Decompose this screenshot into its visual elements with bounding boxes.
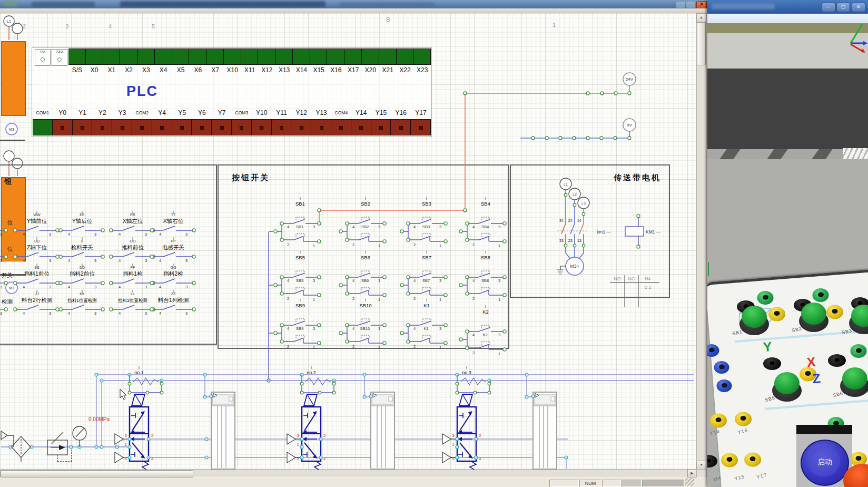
plc-input-terminals[interactable]	[68, 48, 431, 65]
maximize-button[interactable]	[686, 2, 695, 8]
banana-jack[interactable]	[851, 344, 867, 358]
plc-input-cell[interactable]	[206, 48, 224, 65]
start-button[interactable]: 启动	[801, 440, 849, 486]
plc-output-cell[interactable]	[73, 119, 93, 135]
button-cap[interactable]	[801, 303, 826, 325]
plc-output-cell[interactable]	[391, 119, 411, 135]
vertical-scroll-thumb[interactable]	[697, 22, 706, 65]
banana-jack[interactable]	[744, 453, 761, 467]
maximize-icon[interactable]: ▢	[836, 3, 850, 12]
plc-input-cell[interactable]	[275, 48, 293, 65]
push-button-unit[interactable]: SB7 4 SB7 3 2 1	[399, 251, 454, 304]
vertical-scrollbar[interactable]	[696, 13, 706, 470]
pneumatic-cylinder[interactable]	[366, 390, 402, 469]
limit-switch-partial[interactable]: 检测 3	[0, 296, 18, 320]
plc-input-cell[interactable]	[172, 48, 190, 65]
solenoid-valve[interactable]: no.3	[418, 364, 523, 469]
plc-input-cell[interactable]	[241, 48, 259, 65]
plc-input-cell[interactable]	[397, 48, 414, 65]
resize-grip[interactable]	[685, 478, 694, 486]
push-button-unit[interactable]: SB6 4 SB6 3 2 1	[338, 251, 393, 304]
push-button-unit[interactable]: SB3 4 SB3 3 2 1	[399, 197, 454, 250]
solenoid-valve[interactable]: no.1	[90, 364, 195, 469]
push-button-unit[interactable]: SB9 4 SB9 3 2 1	[273, 299, 328, 352]
plc-output-cell[interactable]	[232, 119, 252, 135]
push-button-unit[interactable]: SB4 4 SB4 3 2 1	[458, 197, 513, 250]
plc-input-cell[interactable]	[344, 48, 362, 65]
push-button-unit[interactable]: SB8 4 SB8 3 2 1	[458, 251, 513, 304]
minimize-icon[interactable]: ─	[822, 3, 835, 12]
scroll-right-icon[interactable]: ▶	[687, 469, 697, 478]
limit-switch[interactable]: II 检料开关 4 3	[53, 237, 111, 265]
limit-switch[interactable]: EE Y轴后位 4 3	[53, 211, 111, 238]
plc-input-cell[interactable]	[189, 48, 206, 65]
button-cap[interactable]	[742, 306, 767, 328]
push-button-unit[interactable]: K2 4 K2 3 2 1	[458, 305, 513, 358]
banana-jack[interactable]	[813, 288, 829, 302]
banana-jack[interactable]	[714, 361, 729, 374]
push-button-unit[interactable]: K1 4 K1 3 2 1	[399, 299, 454, 352]
limit-switch[interactable]: DD 挡料2前位 4 3	[53, 264, 111, 291]
minimize-button[interactable]	[676, 2, 685, 8]
plc-output-cell[interactable]	[112, 119, 132, 135]
plc-input-cell[interactable]	[86, 48, 103, 65]
plc-output-cell[interactable]	[371, 119, 391, 135]
push-button-unit[interactable]: SB10 4 SB10 3 2 1	[338, 299, 393, 352]
plc-input-cell[interactable]	[413, 48, 431, 65]
plc-output-cell[interactable]	[351, 119, 371, 135]
horizontal-scroll-thumb[interactable]	[1, 470, 193, 478]
plc-output-cell[interactable]	[33, 119, 53, 135]
limit-switch[interactable]: ZZ 料台1列检测 4 3	[144, 290, 202, 317]
plc-input-cell[interactable]	[293, 48, 310, 65]
plc-output-cell[interactable]	[311, 119, 331, 135]
pneumatic-cylinder[interactable]	[528, 390, 565, 469]
plc-input-cell[interactable]	[310, 48, 328, 65]
plc-output-cell[interactable]	[272, 119, 292, 135]
banana-jack[interactable]	[707, 455, 717, 467]
plc-output-cell[interactable]	[92, 119, 112, 135]
banana-jack[interactable]	[735, 412, 752, 426]
plc-input-cell[interactable]	[68, 48, 86, 65]
plc-output-cell[interactable]	[212, 119, 232, 135]
push-button-unit[interactable]: SB1 4 SB1 3 2 1	[273, 197, 328, 250]
limit-switch[interactable]: GG 挡料2检 4 3	[144, 264, 202, 291]
plc-output-cell[interactable]	[252, 119, 272, 135]
plc-0v-terminal[interactable]: 0V	[35, 49, 51, 66]
plc-input-cell[interactable]	[379, 48, 397, 65]
limit-switch[interactable]: KK 挡料1位置检测 4 3	[53, 290, 111, 317]
plc-output-cell[interactable]	[411, 119, 431, 135]
banana-jack[interactable]	[763, 357, 781, 370]
plc-input-cell[interactable]	[103, 48, 121, 65]
plc-input-cell[interactable]	[258, 48, 275, 65]
push-button-unit[interactable]: SB2 4 SB2 3 2 1	[338, 197, 393, 250]
limit-switch-partial[interactable]: 位 3	[0, 243, 18, 267]
plc-input-cell[interactable]	[327, 48, 344, 65]
plc-input-cell[interactable]	[155, 48, 172, 65]
plc-output-cell[interactable]	[331, 119, 351, 135]
limit-switch[interactable]: TT X轴右位 4 3	[144, 211, 202, 238]
limit-switch-partial[interactable]: 开关 3	[0, 269, 18, 294]
limit-switch[interactable]: PP 电感开关 4 3	[144, 237, 202, 265]
plc-24v-terminal[interactable]: 24V	[52, 49, 67, 66]
banana-jack[interactable]	[768, 307, 785, 322]
button-cap[interactable]	[774, 372, 800, 394]
banana-jack[interactable]	[721, 453, 738, 467]
button-cap[interactable]	[842, 367, 867, 389]
banana-jack[interactable]	[828, 354, 846, 367]
plc-output-cell[interactable]	[132, 119, 152, 135]
plc-input-cell[interactable]	[137, 48, 155, 65]
plc-output-cell[interactable]	[291, 119, 311, 135]
pneumatic-cylinder[interactable]	[206, 390, 243, 469]
solenoid-valve[interactable]: no.2	[262, 364, 368, 469]
plc-output-cell[interactable]	[192, 119, 212, 135]
plc-input-cell[interactable]	[362, 48, 379, 65]
plc-output-terminals[interactable]	[33, 119, 431, 135]
close-icon[interactable]: ✕	[696, 1, 707, 9]
push-button-unit[interactable]: SB5 4 SB5 3 2 1	[273, 251, 328, 304]
banana-jack[interactable]	[710, 414, 727, 428]
banana-jack[interactable]	[757, 291, 774, 305]
plc-output-cell[interactable]	[172, 119, 192, 135]
scroll-up-icon[interactable]: ▲	[696, 13, 706, 23]
limit-switch-partial[interactable]: 位 3	[0, 217, 18, 241]
plc-output-cell[interactable]	[152, 119, 172, 135]
